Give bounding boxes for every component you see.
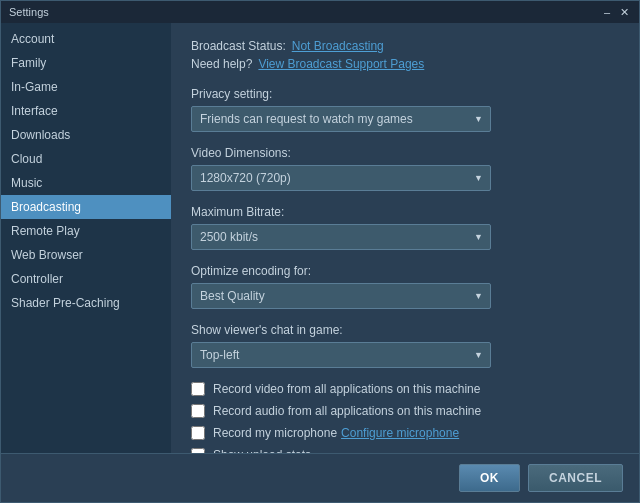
sidebar-item-controller[interactable]: Controller [1, 267, 171, 291]
sidebar-item-broadcasting[interactable]: Broadcasting [1, 195, 171, 219]
broadcast-status-label: Broadcast Status: [191, 39, 286, 53]
video-dimensions-dropdown[interactable]: 1280x720 (720p)1920x1080 (1080p)854x480 … [191, 165, 491, 191]
checkbox-record-audio[interactable] [191, 404, 205, 418]
checkbox-row-record-audio: Record audio from all applications on th… [191, 404, 619, 418]
sidebar: AccountFamilyIn-GameInterfaceDownloadsCl… [1, 23, 171, 453]
configure-microphone-link[interactable]: Configure microphone [341, 426, 459, 440]
checkbox-record-video[interactable] [191, 382, 205, 396]
sidebar-item-cloud[interactable]: Cloud [1, 147, 171, 171]
settings-window: Settings – ✕ AccountFamilyIn-GameInterfa… [0, 0, 640, 503]
sidebar-item-shader-pre-caching[interactable]: Shader Pre-Caching [1, 291, 171, 315]
optimize-section: Optimize encoding for: Best QualityLow L… [191, 264, 619, 309]
sidebar-item-interface[interactable]: Interface [1, 99, 171, 123]
minimize-button[interactable]: – [602, 6, 612, 18]
sidebar-item-music[interactable]: Music [1, 171, 171, 195]
broadcast-status-value[interactable]: Not Broadcasting [292, 39, 384, 53]
video-dimensions-section: Video Dimensions: 1280x720 (720p)1920x10… [191, 146, 619, 191]
footer: OK CANCEL [1, 453, 639, 502]
viewer-chat-dropdown-wrapper: Top-leftTop-rightBottom-leftBottom-right… [191, 342, 491, 368]
privacy-section: Privacy setting: Friends can request to … [191, 87, 619, 132]
broadcast-support-link[interactable]: View Broadcast Support Pages [258, 57, 424, 71]
titlebar: Settings – ✕ [1, 1, 639, 23]
max-bitrate-label: Maximum Bitrate: [191, 205, 619, 219]
privacy-label: Privacy setting: [191, 87, 619, 101]
main-panel: Broadcast Status: Not Broadcasting Need … [171, 23, 639, 453]
checkbox-row-record-microphone: Record my microphoneConfigure microphone [191, 426, 619, 440]
optimize-dropdown[interactable]: Best QualityLow LatencyBalanced [191, 283, 491, 309]
sidebar-item-account[interactable]: Account [1, 27, 171, 51]
viewer-chat-dropdown[interactable]: Top-leftTop-rightBottom-leftBottom-right… [191, 342, 491, 368]
checkbox-label-record-video: Record video from all applications on th… [213, 382, 480, 396]
window-title: Settings [9, 6, 49, 18]
optimize-dropdown-wrapper: Best QualityLow LatencyBalanced [191, 283, 491, 309]
sidebar-item-web-browser[interactable]: Web Browser [1, 243, 171, 267]
content-area: AccountFamilyIn-GameInterfaceDownloadsCl… [1, 23, 639, 453]
viewer-chat-label: Show viewer's chat in game: [191, 323, 619, 337]
sidebar-item-in-game[interactable]: In-Game [1, 75, 171, 99]
titlebar-controls: – ✕ [602, 6, 631, 19]
privacy-dropdown-wrapper: Friends can request to watch my gamesAny… [191, 106, 491, 132]
cancel-button[interactable]: CANCEL [528, 464, 623, 492]
checkbox-record-microphone[interactable] [191, 426, 205, 440]
max-bitrate-section: Maximum Bitrate: 2500 kbit/s3500 kbit/s5… [191, 205, 619, 250]
need-help-label: Need help? [191, 57, 252, 71]
sidebar-item-remote-play[interactable]: Remote Play [1, 219, 171, 243]
sidebar-item-downloads[interactable]: Downloads [1, 123, 171, 147]
video-dimensions-label: Video Dimensions: [191, 146, 619, 160]
close-button[interactable]: ✕ [618, 6, 631, 19]
help-row: Need help? View Broadcast Support Pages [191, 57, 619, 71]
optimize-label: Optimize encoding for: [191, 264, 619, 278]
ok-button[interactable]: OK [459, 464, 520, 492]
viewer-chat-section: Show viewer's chat in game: Top-leftTop-… [191, 323, 619, 368]
checkbox-label-record-audio: Record audio from all applications on th… [213, 404, 481, 418]
privacy-dropdown[interactable]: Friends can request to watch my gamesAny… [191, 106, 491, 132]
checkbox-label-record-microphone: Record my microphone [213, 426, 337, 440]
checkbox-row-record-video: Record video from all applications on th… [191, 382, 619, 396]
broadcast-status-row: Broadcast Status: Not Broadcasting [191, 39, 619, 53]
checkboxes-section: Record video from all applications on th… [191, 382, 619, 453]
sidebar-item-family[interactable]: Family [1, 51, 171, 75]
max-bitrate-dropdown[interactable]: 2500 kbit/s3500 kbit/s5000 kbit/s8000 kb… [191, 224, 491, 250]
max-bitrate-dropdown-wrapper: 2500 kbit/s3500 kbit/s5000 kbit/s8000 kb… [191, 224, 491, 250]
video-dimensions-dropdown-wrapper: 1280x720 (720p)1920x1080 (1080p)854x480 … [191, 165, 491, 191]
